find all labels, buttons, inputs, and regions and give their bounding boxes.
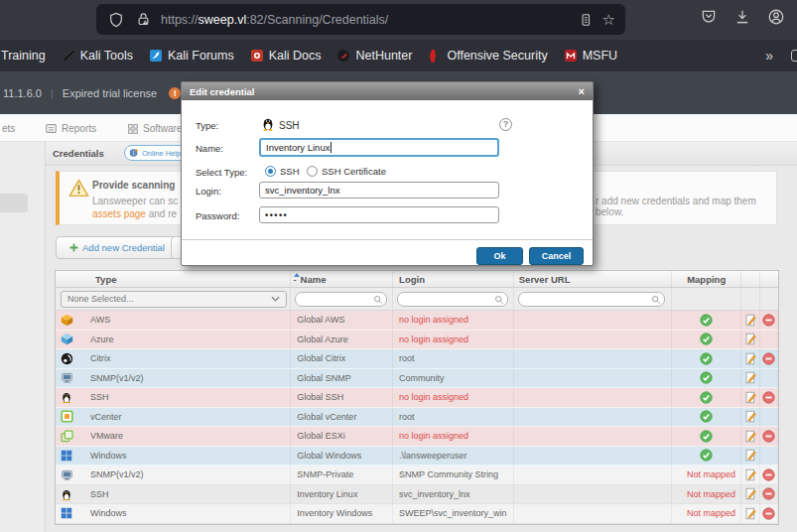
ok-button[interactable]: Ok <box>476 247 523 265</box>
login-cell: no login assigned <box>393 331 514 349</box>
column-header-login[interactable]: Login <box>393 271 514 287</box>
type-cell: Azure <box>56 331 291 349</box>
column-header-server-url[interactable]: Server URL <box>514 271 673 287</box>
edit-credential-icon[interactable] <box>741 408 760 427</box>
delete-credential-icon[interactable] <box>760 485 778 504</box>
mapping-cell <box>672 427 741 446</box>
edit-credential-icon[interactable] <box>741 427 760 446</box>
bookmark-kali-tools[interactable]: Kali Tools <box>63 49 133 63</box>
column-header-name[interactable]: -Name <box>291 271 393 287</box>
server-url-cell <box>514 466 673 484</box>
credential-row[interactable]: SSHGlobal SSHno login assigned <box>56 388 778 408</box>
delete-credential-icon[interactable] <box>760 427 778 446</box>
radio-selected-icon[interactable] <box>265 166 276 177</box>
edit-credential-icon[interactable] <box>741 311 760 330</box>
bookmark-training[interactable]: Training <box>1 49 46 63</box>
bookmark-star-icon[interactable]: ☆ <box>602 12 615 27</box>
bookmarks-bar: TrainingKali ToolsKali ForumsKali DocsNe… <box>0 40 797 71</box>
kali-dagger-icon <box>63 50 74 62</box>
login-input[interactable]: svc_inventory_lnx <box>259 182 499 199</box>
radio-ssh-certificate[interactable]: SSH Certificate <box>307 166 386 177</box>
password-input[interactable]: ••••• <box>259 206 499 223</box>
credential-row[interactable]: CitrixGlobal Citrixroot <box>56 349 778 369</box>
credential-row[interactable]: WindowsGlobal Windows.\lansweeperuser <box>56 447 778 466</box>
mapped-check-icon <box>700 352 713 365</box>
warning-text-left: Lansweeper can sc <box>92 196 178 206</box>
name-cell: Global ESXi <box>291 427 393 446</box>
name-input[interactable]: Inventory Linux <box>259 138 499 157</box>
mapping-cell <box>672 311 741 330</box>
edit-credential-icon[interactable] <box>741 504 760 523</box>
delete-credential-icon[interactable] <box>760 311 778 330</box>
close-icon[interactable]: × <box>579 86 585 97</box>
edit-credential-icon[interactable] <box>741 447 760 466</box>
credential-row[interactable]: VMwareGlobal ESXino login assigned <box>56 427 778 447</box>
type-cell: SNMP(v1/v2) <box>56 466 291 484</box>
delete-credential-icon[interactable] <box>760 349 778 368</box>
azure-icon <box>61 332 74 345</box>
bookmark-kali-forums[interactable]: Kali Forums <box>150 49 234 63</box>
edit-credential-icon[interactable] <box>741 388 760 407</box>
credential-row[interactable]: AzureGlobal Azureno login assigned <box>56 331 778 350</box>
url-bar[interactable]: https://sweep.vl:82/Scanning/Credentials… <box>96 4 625 35</box>
dialog-titlebar[interactable]: Edit credential × <box>182 82 593 100</box>
dialog-divider <box>182 239 593 240</box>
bookmark-kali-docs[interactable]: Kali Docs <box>251 49 322 63</box>
search-icon <box>494 295 504 305</box>
edit-credential-icon[interactable] <box>741 485 760 504</box>
sidebar-toggle-icon[interactable] <box>791 50 797 62</box>
credential-row[interactable]: SNMP(v1/v2)Global SNMPCommunity <box>56 369 778 389</box>
online-help-button[interactable]: Online Help <box>124 145 189 161</box>
cancel-button[interactable]: Cancel <box>529 247 584 265</box>
download-icon[interactable] <box>733 8 751 26</box>
nav-item-assets[interactable]: ets <box>2 123 15 134</box>
credential-row[interactable]: SSHInventory Linuxsvc_inventory_lnxNot m… <box>56 485 778 505</box>
name-cell: Inventory Windows <box>291 504 393 523</box>
lock-warning-icon[interactable] <box>136 12 151 27</box>
delete-credential-icon[interactable] <box>760 388 778 407</box>
shield-icon[interactable] <box>108 12 124 28</box>
bookmark-nethunter[interactable]: NetHunter <box>337 49 412 63</box>
radio-ssh[interactable]: SSH <box>265 166 300 177</box>
credential-row[interactable]: AWSGlobal AWSno login assigned <box>56 311 778 331</box>
login-filter-input[interactable] <box>397 292 508 307</box>
pocket-save-icon[interactable] <box>700 8 718 26</box>
edit-credential-icon[interactable] <box>741 331 760 349</box>
text-caret <box>331 142 332 153</box>
credential-row[interactable]: vCenterGlobal vCenterroot <box>56 408 778 428</box>
help-icon[interactable]: ? <box>499 118 512 131</box>
name-filter-input[interactable] <box>295 292 387 307</box>
nav-item-reports[interactable]: Reports <box>46 123 96 134</box>
type-filter-dropdown[interactable]: None Selected... <box>61 291 287 308</box>
credential-row[interactable]: WindowsInventory WindowsSWEEP\svc_invent… <box>56 504 778 524</box>
credential-row[interactable]: SNMP(v1/v2)SNMP-PrivateSNMP Community St… <box>56 466 778 485</box>
assets-page-link[interactable]: assets page <box>92 208 146 219</box>
bookmarks-overflow-chevron-icon[interactable]: » <box>765 48 773 64</box>
edit-credential-icon[interactable] <box>741 349 760 368</box>
edit-credential-icon[interactable] <box>741 369 760 388</box>
reader-mode-icon[interactable] <box>579 13 593 27</box>
column-header-type[interactable]: Type <box>56 271 291 287</box>
name-cell: Global Windows <box>291 447 393 466</box>
delete-credential-icon[interactable] <box>760 466 778 484</box>
mapped-check-icon <box>700 410 713 423</box>
add-new-credential-button[interactable]: Add new Credential <box>56 236 179 259</box>
type-cell: AWS <box>56 311 291 330</box>
radio-unselected-icon[interactable] <box>307 166 318 177</box>
name-label: Name: <box>196 143 223 154</box>
server-url-filter-input[interactable] <box>518 292 665 307</box>
bookmark-msfu[interactable]: MSFU <box>565 49 617 63</box>
side-tab-handle[interactable] <box>0 194 28 212</box>
snmp-icon <box>61 371 74 384</box>
server-url-cell <box>514 369 673 388</box>
nav-item-software[interactable]: Software <box>128 123 182 134</box>
delete-credential-icon[interactable] <box>760 504 778 523</box>
bookmark-offensive-security[interactable]: Offensive Security <box>429 49 547 63</box>
edit-credential-icon[interactable] <box>741 466 760 484</box>
account-icon[interactable] <box>767 8 785 26</box>
offsec-icon <box>429 50 441 62</box>
server-url-cell <box>514 427 673 446</box>
report-icon <box>46 124 57 133</box>
warning-text-line2: assets page and re <box>92 208 177 219</box>
column-header-mapping[interactable]: Mapping <box>672 271 741 287</box>
